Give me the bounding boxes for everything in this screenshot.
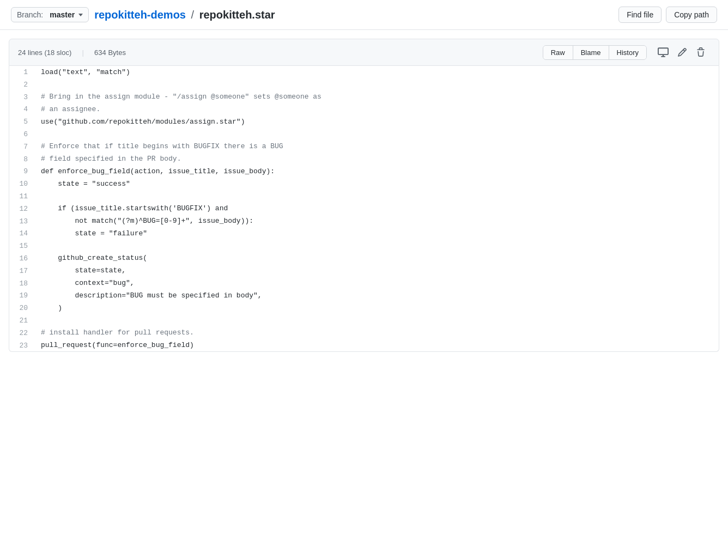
- file-actions: Raw Blame History: [543, 45, 710, 60]
- table-row: 13 not match("(?m)^BUG=[0-9]+", issue_bo…: [9, 215, 719, 228]
- line-content: # an assignee.: [37, 104, 719, 116]
- find-file-button[interactable]: Find file: [618, 7, 662, 23]
- line-number: 4: [9, 104, 37, 116]
- line-number: 5: [9, 116, 37, 129]
- line-number: 8: [9, 153, 37, 166]
- breadcrumb-separator: /: [191, 9, 195, 21]
- table-row: 9def enforce_bug_field(action, issue_tit…: [9, 166, 719, 178]
- meta-divider: |: [78, 48, 88, 57]
- line-content: [37, 128, 719, 141]
- top-bar-right: Find file Copy path: [618, 7, 717, 23]
- line-content: context="bug",: [37, 277, 719, 290]
- branch-selector[interactable]: Branch: master: [11, 7, 89, 22]
- line-number: 22: [9, 327, 37, 339]
- table-row: 19 description="BUG must be specified in…: [9, 290, 719, 302]
- line-number: 3: [9, 91, 37, 104]
- line-number: 19: [9, 290, 37, 302]
- monitor-button[interactable]: [653, 45, 673, 60]
- file-name: repokitteh.star: [199, 9, 275, 21]
- line-number: 13: [9, 215, 37, 228]
- line-number: 15: [9, 240, 37, 253]
- branch-name: master: [50, 10, 75, 19]
- table-row: 12 if (issue_title.startswith('BUGFIX') …: [9, 203, 719, 215]
- chevron-down-icon: [78, 14, 83, 16]
- line-number: 2: [9, 78, 37, 91]
- branch-label: Branch:: [17, 10, 43, 19]
- code-table: 1load("text", "match")23# Bring in the a…: [9, 66, 719, 351]
- line-content: # field specified in the PR body.: [37, 153, 719, 166]
- line-number: 20: [9, 302, 37, 315]
- line-number: 16: [9, 252, 37, 265]
- line-number: 1: [9, 66, 37, 79]
- repo-link[interactable]: repokitteh-demos: [94, 9, 186, 21]
- history-button[interactable]: History: [609, 46, 646, 59]
- raw-button[interactable]: Raw: [543, 46, 573, 59]
- monitor-icon: [658, 47, 669, 58]
- line-number: 17: [9, 265, 37, 277]
- lines-info: 24 lines (18 sloc): [18, 48, 71, 57]
- line-number: 18: [9, 277, 37, 290]
- edit-button[interactable]: [673, 45, 691, 59]
- line-content: not match("(?m)^BUG=[0-9]+", issue_body)…: [37, 215, 719, 228]
- line-number: 21: [9, 314, 37, 327]
- pencil-icon: [677, 47, 687, 57]
- table-row: 6: [9, 128, 719, 141]
- table-row: 1load("text", "match"): [9, 66, 719, 79]
- line-content: [37, 314, 719, 327]
- blame-button[interactable]: Blame: [573, 46, 609, 59]
- line-content: pull_request(func=enforce_bug_field): [37, 339, 719, 351]
- delete-button[interactable]: [691, 45, 710, 59]
- table-row: 10 state = "success": [9, 178, 719, 191]
- table-row: 23pull_request(func=enforce_bug_field): [9, 339, 719, 351]
- line-number: 12: [9, 203, 37, 215]
- table-row: 18 context="bug",: [9, 277, 719, 290]
- table-row: 21: [9, 314, 719, 327]
- copy-path-button[interactable]: Copy path: [666, 7, 717, 23]
- table-row: 17 state=state,: [9, 265, 719, 277]
- table-row: 3# Bring in the assign module - "/assign…: [9, 91, 719, 104]
- breadcrumb: repokitteh-demos / repokitteh.star: [94, 9, 275, 21]
- line-content: state = "failure": [37, 228, 719, 240]
- line-number: 11: [9, 190, 37, 203]
- table-row: 22# install handler for pull requests.: [9, 327, 719, 339]
- line-number: 9: [9, 166, 37, 178]
- line-content: ): [37, 302, 719, 315]
- code-container: 1load("text", "match")23# Bring in the a…: [9, 66, 719, 352]
- table-row: 20 ): [9, 302, 719, 315]
- table-row: 4# an assignee.: [9, 104, 719, 116]
- line-content: [37, 240, 719, 253]
- table-row: 2: [9, 78, 719, 91]
- view-mode-group: Raw Blame History: [543, 45, 647, 60]
- table-row: 7# Enforce that if title begins with BUG…: [9, 141, 719, 153]
- line-content: # Enforce that if title begins with BUGF…: [37, 141, 719, 153]
- table-row: 15: [9, 240, 719, 253]
- trash-icon: [696, 47, 706, 57]
- line-content: use("github.com/repokitteh/modules/assig…: [37, 116, 719, 129]
- line-content: github_create_status(: [37, 252, 719, 265]
- file-info-bar: 24 lines (18 sloc) | 634 Bytes Raw Blame…: [9, 39, 719, 66]
- table-row: 16 github_create_status(: [9, 252, 719, 265]
- line-number: 23: [9, 339, 37, 351]
- table-row: 8# field specified in the PR body.: [9, 153, 719, 166]
- line-content: if (issue_title.startswith('BUGFIX') and: [37, 203, 719, 215]
- file-meta: 24 lines (18 sloc) | 634 Bytes: [18, 48, 126, 57]
- line-content: state=state,: [37, 265, 719, 277]
- table-row: 14 state = "failure": [9, 228, 719, 240]
- bytes-info: 634 Bytes: [94, 48, 126, 57]
- line-content: def enforce_bug_field(action, issue_titl…: [37, 166, 719, 178]
- line-content: # install handler for pull requests.: [37, 327, 719, 339]
- line-number: 6: [9, 128, 37, 141]
- line-number: 7: [9, 141, 37, 153]
- line-content: load("text", "match"): [37, 66, 719, 79]
- line-content: [37, 190, 719, 203]
- top-bar-left: Branch: master repokitteh-demos / repoki…: [11, 7, 275, 22]
- line-content: description="BUG must be specified in bo…: [37, 290, 719, 302]
- table-row: 5use("github.com/repokitteh/modules/assi…: [9, 116, 719, 129]
- line-content: [37, 78, 719, 91]
- line-content: # Bring in the assign module - "/assign …: [37, 91, 719, 104]
- line-number: 14: [9, 228, 37, 240]
- line-number: 10: [9, 178, 37, 191]
- line-content: state = "success": [37, 178, 719, 191]
- table-row: 11: [9, 190, 719, 203]
- top-bar: Branch: master repokitteh-demos / repoki…: [0, 0, 728, 30]
